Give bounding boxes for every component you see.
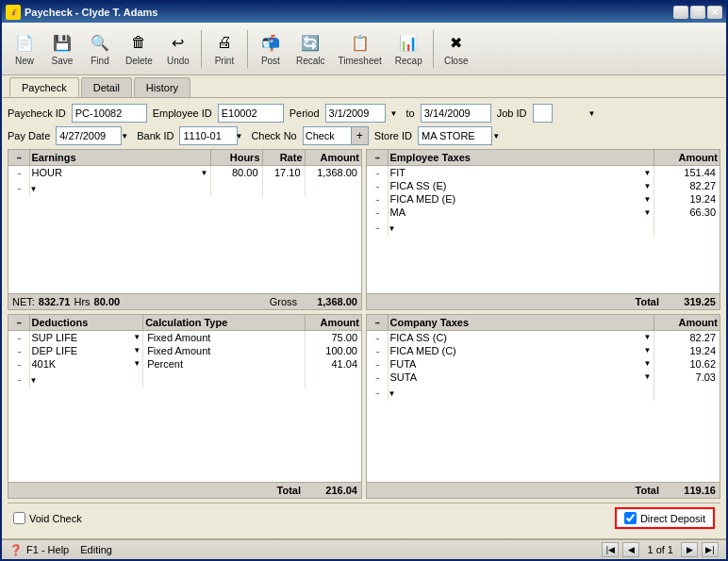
- co-tax-empty-1: [367, 401, 720, 420]
- co-tax-row-2: ··· FUTA▼ 10.62: [367, 357, 720, 371]
- save-button[interactable]: 💾 Save: [45, 28, 79, 69]
- store-id-dropdown[interactable]: MA STORE: [418, 126, 503, 145]
- ded-col-calc: Calculation Type: [143, 315, 305, 331]
- maximize-button[interactable]: □: [690, 6, 705, 19]
- ded-total-value: 216.04: [301, 485, 357, 496]
- void-check-checkbox[interactable]: [13, 512, 25, 524]
- ded-empty-2: [8, 406, 361, 425]
- check-type-dropdown[interactable]: Check +: [303, 126, 369, 145]
- check-no-label: Check No: [251, 130, 296, 141]
- recap-button[interactable]: 📊 Recap: [390, 28, 427, 69]
- nav-prev-button[interactable]: ◀: [622, 542, 639, 557]
- ded-empty-1: [8, 388, 361, 406]
- job-id-dropdown[interactable]: [533, 104, 599, 123]
- minimize-button[interactable]: _: [673, 6, 688, 19]
- earnings-row-0-rate: 17.10: [262, 166, 305, 180]
- tab-detail[interactable]: Detail: [81, 77, 132, 97]
- earnings-col-name: Earnings: [29, 150, 210, 166]
- emp-tax-col-amount: Amount: [654, 150, 720, 166]
- check-plus-button[interactable]: +: [351, 127, 368, 144]
- emp-tax-empty-2: [367, 255, 720, 273]
- bank-id-dropdown[interactable]: 1110-01: [179, 126, 245, 145]
- new-icon: 📄: [13, 31, 36, 54]
- store-id-label: Store ID: [374, 130, 412, 141]
- nav-last-button[interactable]: ▶|: [702, 542, 719, 557]
- ded-header-icon[interactable]: ···: [8, 315, 29, 331]
- status-bar: ❓ F1 - Help Editing |◀ ◀ 1 of 1 ▶ ▶|: [2, 538, 726, 559]
- company-taxes-footer: Total 119.16: [367, 482, 720, 498]
- pay-date-dropdown[interactable]: 4/27/2009: [56, 126, 131, 145]
- ded-row-1-amount: 100.00: [305, 344, 361, 357]
- earnings-row-0-icon[interactable]: ···: [8, 166, 29, 180]
- earnings-row-0-name[interactable]: HOUR ▼: [29, 166, 210, 180]
- delete-button[interactable]: 🗑 Delete: [121, 28, 157, 69]
- close-toolbar-icon: ✖: [445, 31, 468, 54]
- emp-tax-row-2-amount: 19.24: [654, 192, 720, 206]
- co-tax-spacer: [367, 457, 720, 483]
- ded-row-1: ··· DEP LIFE▼ Fixed Amount 100.00: [8, 344, 361, 357]
- new-button[interactable]: 📄 New: [8, 28, 41, 69]
- emp-tax-header-icon[interactable]: ···: [367, 150, 388, 166]
- print-button[interactable]: 🖨 Print: [207, 28, 241, 69]
- emp-tax-spacer: [367, 273, 720, 293]
- status-right: |◀ ◀ 1 of 1 ▶ ▶|: [602, 542, 719, 557]
- toolbar: 📄 New 💾 Save 🔍 Find 🗑 Delete ↩ Undo 🖨 Pr…: [2, 23, 726, 75]
- ded-row-0-calc: Fixed Amount: [143, 330, 305, 344]
- co-tax-empty-2: [367, 420, 720, 438]
- title-bar: 💰 Paycheck - Clyde T. Adams _ □ ✕: [2, 2, 726, 23]
- nav-next-button[interactable]: ▶: [681, 542, 698, 557]
- paycheck-id-label: Paycheck ID: [8, 107, 66, 119]
- status-left: ❓ F1 - Help Editing: [9, 544, 112, 556]
- employee-id-label: Employee ID: [153, 107, 212, 119]
- co-tax-row-3-amount: 7.03: [654, 371, 720, 384]
- earnings-net-row: NET:832.71Hrs80.00Gross1,368.00: [8, 293, 361, 309]
- print-icon: 🖨: [213, 31, 236, 54]
- co-tax-row-1: ··· FICA MED (C)▼ 19.24: [367, 344, 720, 357]
- close-toolbar-button[interactable]: ✖ Close: [439, 28, 473, 69]
- post-button[interactable]: 📬 Post: [254, 28, 288, 69]
- void-check-label: Void Check: [29, 513, 82, 524]
- timesheet-button[interactable]: 📋 Timesheet: [333, 28, 386, 69]
- deductions-footer: Total 216.04: [8, 482, 361, 498]
- earnings-add-row: ··· ▼: [8, 179, 361, 196]
- post-icon: 📬: [259, 31, 282, 54]
- earnings-header-icon[interactable]: ···: [8, 150, 29, 166]
- earnings-spacer: [8, 272, 361, 293]
- employee-id-field[interactable]: [218, 104, 284, 123]
- co-tax-total-label: Total: [636, 485, 659, 496]
- paycheck-id-field[interactable]: [72, 104, 147, 123]
- period-from-dropdown[interactable]: 3/1/2009: [325, 104, 401, 123]
- emp-tax-row-0-amount: 151.44: [654, 166, 720, 180]
- tab-history[interactable]: History: [134, 77, 190, 97]
- undo-button[interactable]: ↩ Undo: [161, 28, 195, 69]
- direct-deposit-checkbox[interactable]: [624, 512, 637, 524]
- undo-icon: ↩: [167, 31, 190, 54]
- emp-tax-row-2: ··· FICA MED (E)▼ 19.24: [367, 192, 720, 206]
- ded-col-amount: Amount: [305, 315, 361, 331]
- period-to-field[interactable]: [421, 104, 491, 123]
- recap-icon: 📊: [397, 31, 420, 54]
- earnings-col-rate: Rate: [262, 150, 305, 166]
- emp-tax-row-0: ··· FIT▼ 151.44: [367, 166, 720, 180]
- employee-taxes-footer: Total 319.25: [367, 293, 720, 309]
- co-tax-header-icon[interactable]: ···: [367, 315, 388, 331]
- emp-tax-total-value: 319.25: [659, 296, 716, 307]
- find-button[interactable]: 🔍 Find: [83, 28, 117, 69]
- emp-tax-row-3: ··· MA▼ 66.30: [367, 206, 720, 219]
- emp-tax-col-name: Employee Taxes: [388, 150, 654, 166]
- direct-deposit-label: Direct Deposit: [640, 513, 705, 524]
- close-button[interactable]: ✕: [707, 6, 722, 19]
- recalc-button[interactable]: 🔄 Recalc: [291, 28, 330, 69]
- earnings-row-0-chevron[interactable]: ▼: [201, 169, 208, 177]
- void-check-container: Void Check: [13, 512, 82, 524]
- period-label: Period: [290, 107, 320, 119]
- earnings-row-0-amount: 1,368.00: [305, 166, 361, 180]
- ded-row-0: ··· SUP LIFE▼ Fixed Amount 75.00: [8, 330, 361, 344]
- delete-icon: 🗑: [127, 31, 150, 54]
- nav-first-button[interactable]: |◀: [602, 542, 619, 557]
- toolbar-separator-3: [433, 30, 434, 68]
- main-window: 💰 Paycheck - Clyde T. Adams _ □ ✕ 📄 New …: [0, 0, 728, 561]
- content-area: Paycheck ID Employee ID Period 3/1/2009 …: [2, 98, 726, 538]
- tab-paycheck[interactable]: Paycheck: [9, 77, 79, 97]
- bank-id-label: Bank ID: [137, 130, 174, 141]
